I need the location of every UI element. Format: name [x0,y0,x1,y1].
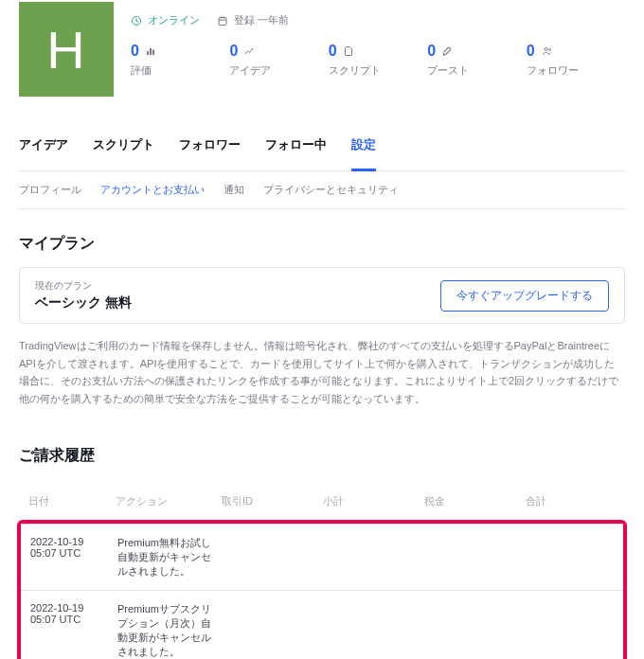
svg-point-6 [548,49,550,51]
rocket-icon [441,45,455,58]
tab-following[interactable]: フォロー中 [265,136,327,171]
svg-rect-1 [219,17,226,25]
users-icon [541,45,554,57]
svg-rect-3 [150,48,152,55]
stat-ideas: 0 アイデア [229,43,328,78]
stat-rating: 0 評価 [131,43,229,78]
billing-table: 日付 アクション 取引ID 小計 税金 合計 2022-10-19 05:07 … [19,483,625,659]
stat-followers-value: 0 [527,43,535,60]
upgrade-button[interactable]: 今すぐアップグレードする [440,280,609,312]
svg-point-5 [545,48,547,51]
line-chart-icon [243,45,255,57]
bar-chart-icon [145,45,156,57]
cell-date: 2022-10-19 05:07 UTC [30,602,106,659]
stat-followers: 0 フォロワー [527,43,625,78]
svg-rect-4 [152,50,154,56]
online-status-label: オンライン [148,13,200,27]
tab-followers[interactable]: フォロワー [179,136,241,171]
plan-card: 現在のプラン ベーシック 無料 今すぐアップグレードする [19,267,625,324]
stat-scripts-label: スクリプト [329,63,427,78]
online-status: オンライン [131,13,200,27]
calendar-icon [217,15,228,27]
cell-date: 2022-10-19 05:07 UTC [30,536,106,579]
col-total: 合計 [526,494,616,508]
stat-ideas-value: 0 [229,43,238,60]
subtab-profile[interactable]: プロフィール [19,183,81,197]
stat-boosts-label: ブースト [427,63,526,78]
stat-boosts-value: 0 [427,43,436,60]
plan-description: TradingViewはご利用のカード情報を保存しません。情報は暗号化され、弊社… [19,337,625,408]
highlighted-rows: 2022-10-19 05:07 UTC Premium無料お試し 自動更新がキ… [17,520,627,659]
cell-action: Premium無料お試し 自動更新がキャンセルされました。 [117,536,212,579]
plan-current-label: 現在のプラン [35,279,132,293]
subtab-account[interactable]: アカウントとお支払い [100,183,205,197]
stat-scripts: 0 スクリプト [329,43,427,78]
col-transaction-id: 取引ID [222,494,312,508]
stat-rating-value: 0 [131,43,139,60]
stat-boosts: 0 ブースト [427,43,526,78]
col-action: アクション [116,494,210,508]
svg-rect-2 [147,51,149,55]
tab-scripts[interactable]: スクリプト [93,136,154,171]
subtab-privacy[interactable]: プライバシーとセキュリティ [263,183,399,197]
registered-label: 登録 一年前 [234,13,289,27]
tab-settings[interactable]: 設定 [351,136,376,171]
avatar: H [19,2,114,97]
cell-action: Premiumサブスクリプション（月次）自動更新がキャンセルされました。 [117,602,212,659]
table-row: 2022-10-19 05:07 UTC Premium無料お試し 自動更新がキ… [21,524,623,590]
section-title-plan: マイプラン [19,234,625,254]
stat-followers-label: フォロワー [527,63,625,78]
registered-time: 登録 一年前 [217,13,289,27]
stat-ideas-label: アイデア [229,63,328,78]
tab-ideas[interactable]: アイデア [19,136,68,171]
subtab-notifications[interactable]: 通知 [224,183,244,197]
plan-name: ベーシック 無料 [35,294,132,312]
col-tax: 税金 [424,494,514,508]
table-row: 2022-10-19 05:07 UTC Premiumサブスクリプション（月次… [21,590,623,659]
col-date: 日付 [28,494,104,508]
section-title-billing: ご請求履歴 [19,446,625,466]
file-icon [343,45,354,57]
stat-rating-label: 評価 [131,63,229,78]
col-subtotal: 小計 [323,494,413,508]
stat-scripts-value: 0 [329,43,337,60]
clock-icon [131,15,142,27]
